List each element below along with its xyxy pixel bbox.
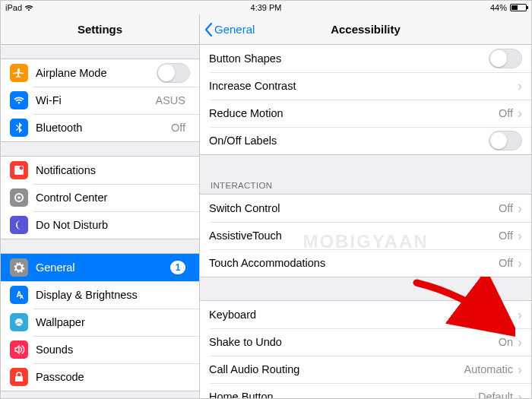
- notifications-icon: [10, 161, 28, 179]
- row-value: Off: [499, 257, 513, 269]
- wallpaper-icon: [10, 313, 28, 331]
- wifi-icon: [24, 5, 33, 11]
- row-label: Control Center: [36, 192, 190, 204]
- sidebar-item-wallpaper[interactable]: Wallpaper: [1, 309, 199, 336]
- sidebar-item-bluetooth[interactable]: Bluetooth Off: [1, 114, 199, 141]
- row-label: Reduce Motion: [209, 107, 499, 119]
- row-assistivetouch[interactable]: AssistiveTouch Off ›: [200, 222, 531, 249]
- row-label: Bluetooth: [36, 122, 171, 134]
- svg-rect-7: [15, 376, 23, 382]
- detail-pane: General Accessibility Button Shapes Incr…: [200, 14, 531, 398]
- sidebar: Settings Airplane Mode Wi-Fi ASUS: [1, 14, 200, 398]
- control-center-icon: [10, 188, 28, 207]
- row-value: Off: [499, 230, 513, 242]
- chevron-right-icon: ›: [518, 106, 522, 120]
- sidebar-item-airplane[interactable]: Airplane Mode: [1, 59, 199, 87]
- sidebar-item-sounds[interactable]: Sounds: [1, 336, 199, 363]
- row-label: Passcode: [36, 371, 190, 383]
- sidebar-item-general[interactable]: General 1: [1, 254, 199, 281]
- row-value: Off: [499, 202, 513, 214]
- row-switch-control[interactable]: Switch Control Off ›: [200, 195, 531, 222]
- row-label: General: [36, 261, 170, 274]
- section-header-interaction: INTERACTION: [200, 178, 531, 194]
- gear-icon: [10, 258, 28, 277]
- sidebar-title-bar: Settings: [1, 14, 199, 45]
- badge: 1: [170, 261, 185, 274]
- back-button[interactable]: General: [204, 23, 255, 36]
- row-value: Off: [171, 122, 185, 134]
- detail-group-2: Switch Control Off › AssistiveTouch Off …: [200, 194, 531, 277]
- svg-text:A: A: [20, 294, 24, 299]
- row-label: Touch Accommodations: [209, 257, 499, 269]
- chevron-right-icon: ›: [518, 308, 522, 321]
- sidebar-item-display[interactable]: AA Display & Brightness: [1, 281, 199, 309]
- svg-point-3: [17, 196, 21, 199]
- row-value: Automatic: [464, 363, 513, 375]
- sounds-icon: [10, 340, 28, 359]
- sidebar-group-1: Airplane Mode Wi-Fi ASUS Bluetooth Off: [1, 59, 199, 142]
- row-label: Switch Control: [209, 202, 499, 214]
- airplane-toggle[interactable]: [157, 63, 190, 83]
- row-value: Off: [499, 107, 513, 119]
- chevron-right-icon: ›: [518, 256, 522, 270]
- row-label: Notifications: [36, 164, 190, 176]
- row-label: Increase Contrast: [209, 80, 518, 92]
- display-icon: AA: [10, 286, 28, 304]
- row-value: ASUS: [156, 94, 186, 106]
- bluetooth-icon: [10, 119, 28, 137]
- detail-title-bar: General Accessibility: [200, 14, 531, 45]
- svg-point-1: [20, 166, 24, 170]
- onoff-labels-toggle[interactable]: [489, 131, 522, 150]
- sidebar-item-passcode[interactable]: Passcode: [1, 363, 199, 391]
- row-keyboard[interactable]: Keyboard ›: [200, 301, 531, 328]
- chevron-right-icon: ›: [518, 201, 522, 215]
- chevron-left-icon: [204, 23, 213, 36]
- sidebar-item-notifications[interactable]: Notifications: [1, 157, 199, 184]
- row-reduce-motion[interactable]: Reduce Motion Off ›: [200, 100, 531, 127]
- row-label: Display & Brightness: [36, 289, 190, 301]
- row-button-shapes[interactable]: Button Shapes: [200, 45, 531, 72]
- row-value: Default: [478, 391, 513, 398]
- sidebar-item-dnd[interactable]: Do Not Disturb: [1, 211, 199, 239]
- detail-group-3: Keyboard › Shake to Undo On › Call Audio…: [200, 300, 531, 398]
- chevron-right-icon: ›: [518, 335, 522, 349]
- back-label: General: [214, 23, 255, 36]
- row-label: Sounds: [36, 344, 190, 356]
- chevron-right-icon: ›: [518, 229, 522, 242]
- row-home-button[interactable]: Home Button Default ›: [200, 383, 531, 398]
- sidebar-item-control-center[interactable]: Control Center: [1, 184, 199, 211]
- row-label: Keyboard: [209, 309, 518, 321]
- row-touch-accommodations[interactable]: Touch Accommodations Off ›: [200, 249, 531, 277]
- row-label: AssistiveTouch: [209, 230, 499, 242]
- row-onoff-labels[interactable]: On/Off Labels: [200, 127, 531, 154]
- row-label: Shake to Undo: [209, 336, 499, 348]
- row-label: Wallpaper: [36, 316, 190, 328]
- sidebar-group-3: General 1 AA Display & Brightness Wallpa…: [1, 253, 199, 391]
- row-label: Wi-Fi: [36, 94, 156, 106]
- row-label: Home Button: [209, 391, 478, 398]
- row-label: Airplane Mode: [36, 67, 157, 79]
- row-label: Button Shapes: [209, 52, 489, 65]
- airplane-icon: [10, 64, 28, 82]
- passcode-icon: [10, 368, 28, 386]
- row-call-audio-routing[interactable]: Call Audio Routing Automatic ›: [200, 356, 531, 383]
- sidebar-item-wifi[interactable]: Wi-Fi ASUS: [1, 87, 199, 114]
- row-label: Call Audio Routing: [209, 363, 464, 375]
- moon-icon: [10, 216, 28, 234]
- status-bar: iPad 4:39 PM 44%: [1, 1, 531, 14]
- detail-title: Accessibility: [331, 23, 401, 36]
- row-shake-to-undo[interactable]: Shake to Undo On ›: [200, 328, 531, 356]
- button-shapes-toggle[interactable]: [489, 49, 522, 68]
- chevron-right-icon: ›: [518, 79, 522, 93]
- sidebar-group-2: Notifications Control Center Do Not Dist…: [1, 156, 199, 239]
- clock: 4:39 PM: [251, 3, 282, 12]
- chevron-right-icon: ›: [518, 363, 522, 376]
- row-label: Do Not Disturb: [36, 219, 190, 231]
- svg-point-6: [15, 318, 23, 326]
- battery-icon: [510, 4, 527, 11]
- chevron-right-icon: ›: [518, 390, 522, 398]
- row-label: On/Off Labels: [209, 135, 489, 147]
- sidebar-title: Settings: [78, 23, 122, 36]
- row-increase-contrast[interactable]: Increase Contrast ›: [200, 72, 531, 100]
- row-value: On: [499, 336, 513, 348]
